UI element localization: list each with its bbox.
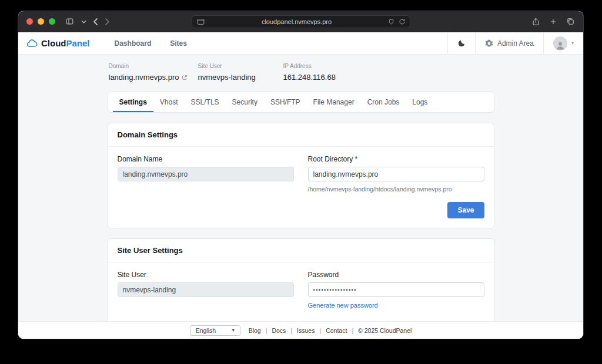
avatar: [553, 36, 567, 50]
root-directory-label: Root Directory *: [308, 155, 484, 163]
root-directory-field: Root Directory * /home/nvmevps-landing/h…: [308, 155, 484, 193]
new-tab-icon[interactable]: [549, 18, 557, 26]
reload-icon[interactable]: [399, 18, 406, 25]
sidebar-chevron-down-icon[interactable]: [81, 20, 86, 23]
main-nav: Dashboard Sites: [115, 32, 187, 54]
site-user-field: Site User: [118, 271, 294, 310]
domain-name-label: Domain Name: [118, 155, 294, 163]
domain-label: Domain: [109, 63, 198, 69]
root-directory-help: /home/nvmevps-landing/htdocs/landing.nvm…: [308, 186, 484, 193]
footer-copyright: © 2025 CloudPanel: [358, 327, 412, 334]
share-icon[interactable]: [531, 17, 540, 26]
domain-value: landing.nvmevps.pro: [109, 73, 179, 82]
address-bar-url: cloudpanel.nvmevps.pro: [210, 16, 384, 28]
page-icon: [197, 18, 205, 25]
page-footer: English ▼ Blog | Docs | Issues | Contact…: [18, 321, 583, 339]
footer-link-issues[interactable]: Issues: [297, 327, 315, 334]
browser-titlebar: cloudpanel.nvmevps.pro: [18, 11, 583, 32]
close-window-button[interactable]: [26, 18, 33, 25]
address-bar[interactable]: cloudpanel.nvmevps.pro: [192, 15, 410, 28]
password-label: Password: [308, 271, 484, 279]
footer-separator: |: [352, 327, 353, 334]
minimize-window-button[interactable]: [38, 18, 44, 25]
password-field: Password Generate new password: [308, 271, 484, 310]
footer-link-docs[interactable]: Docs: [272, 327, 286, 334]
tab-overview-icon[interactable]: [566, 17, 575, 26]
user-menu[interactable]: ▾: [543, 32, 583, 54]
footer-link-contact[interactable]: Contact: [326, 327, 347, 334]
domain-info: Domain landing.nvmevps.pro: [109, 63, 198, 82]
ip-value: 161.248.116.68: [283, 73, 336, 82]
tab-ssh-ftp[interactable]: SSH/FTP: [264, 92, 307, 112]
tab-logs[interactable]: Logs: [406, 92, 434, 112]
footer-separator: |: [319, 327, 321, 334]
site-user-value: nvmevps-landing: [198, 73, 283, 82]
app-page: CloudPanel Dashboard Sites Admin Area: [18, 32, 583, 339]
save-button[interactable]: Save: [447, 202, 484, 218]
admin-area-button[interactable]: Admin Area: [475, 32, 543, 54]
domain-name-field: Domain Name: [118, 155, 294, 193]
tab-file-manager[interactable]: File Manager: [307, 92, 361, 112]
zoom-window-button[interactable]: [49, 18, 55, 25]
moon-icon: [457, 39, 466, 48]
tab-vhost[interactable]: Vhost: [153, 92, 185, 112]
site-user-info: Site User nvmevps-landing: [198, 63, 283, 82]
privacy-badge-icon[interactable]: [388, 18, 394, 25]
dark-mode-toggle[interactable]: [447, 32, 475, 54]
tab-cron-jobs[interactable]: Cron Jobs: [361, 92, 406, 112]
password-input[interactable]: [308, 282, 484, 297]
forward-button-icon[interactable]: [105, 18, 110, 26]
root-directory-input[interactable]: [308, 167, 484, 181]
chevron-down-icon: ▾: [571, 41, 574, 46]
app-header: CloudPanel Dashboard Sites Admin Area: [18, 32, 583, 55]
browser-window: cloudpanel.nvmevps.pro: [18, 11, 584, 339]
admin-gear-icon: [485, 39, 493, 48]
back-button-icon[interactable]: [93, 18, 98, 26]
site-tabs: Settings Vhost SSL/TLS Security SSH/FTP …: [108, 92, 494, 113]
logo-text-cloud: Cloud: [41, 38, 66, 48]
site-user-input: [118, 282, 294, 297]
language-selected: English: [196, 327, 216, 334]
site-user-label: Site User: [198, 63, 283, 69]
ip-label: IP Address: [283, 63, 336, 69]
ip-info: IP Address 161.248.116.68: [283, 63, 336, 82]
domain-name-input: [118, 167, 294, 181]
tab-security[interactable]: Security: [226, 92, 264, 112]
nav-dashboard[interactable]: Dashboard: [115, 39, 152, 48]
site-info-bar: Domain landing.nvmevps.pro Site User nvm…: [108, 63, 494, 82]
footer-separator: |: [290, 327, 292, 334]
domain-settings-title: Domain Settings: [108, 123, 494, 147]
nav-sites[interactable]: Sites: [170, 39, 187, 48]
traffic-lights: [26, 18, 55, 25]
tab-settings[interactable]: Settings: [113, 92, 153, 112]
select-caret-icon: ▼: [231, 328, 236, 333]
external-link-icon[interactable]: [182, 75, 188, 80]
domain-settings-card: Domain Settings Domain Name Root Directo…: [108, 123, 494, 228]
footer-separator: |: [266, 327, 267, 334]
admin-area-label: Admin Area: [497, 39, 534, 48]
tab-ssl-tls[interactable]: SSL/TLS: [185, 92, 226, 112]
main-content: Domain landing.nvmevps.pro Site User nvm…: [18, 55, 583, 321]
logo-text-panel: Panel: [66, 38, 90, 48]
site-user-settings-card: Site User Settings Site User Password Ge…: [108, 238, 494, 321]
generate-password-link[interactable]: Generate new password: [308, 302, 378, 309]
cloud-logo-icon: [26, 39, 38, 48]
site-user-field-label: Site User: [118, 271, 294, 279]
site-user-settings-title: Site User Settings: [108, 239, 494, 262]
cloudpanel-logo[interactable]: CloudPanel: [26, 32, 90, 54]
language-select[interactable]: English ▼: [190, 325, 240, 336]
footer-link-blog[interactable]: Blog: [249, 327, 261, 334]
sidebar-toggle-icon[interactable]: [65, 17, 75, 26]
